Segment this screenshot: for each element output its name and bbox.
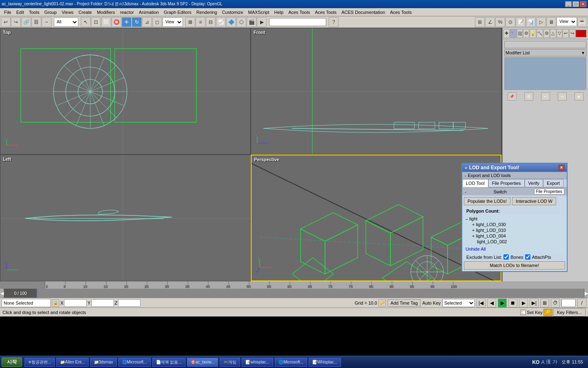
menu-views[interactable]: Views: [59, 9, 76, 16]
taskbar-item-10[interactable]: 📝 Whisplac...: [309, 358, 341, 367]
stop-button[interactable]: ⏹: [508, 298, 517, 307]
angle-snap-button[interactable]: ∠: [485, 17, 495, 27]
play-button[interactable]: ▶: [498, 298, 507, 307]
ram-player-button[interactable]: ▷: [536, 17, 546, 27]
viewport-front[interactable]: Front Z: [251, 28, 501, 155]
mirror-button[interactable]: ⊠: [185, 17, 195, 27]
menu-rendering[interactable]: Rendering: [194, 9, 220, 16]
menu-maxscript[interactable]: MAXScript: [246, 9, 272, 16]
motion-panel-button[interactable]: ⚙: [523, 29, 529, 38]
timeline-scroll-right[interactable]: ▶: [584, 289, 588, 298]
maximize-button[interactable]: □: [572, 1, 579, 7]
skip-to-end-button[interactable]: ▶|: [530, 298, 539, 307]
taskbar-item-1[interactable]: ✈ 항공관련...: [24, 358, 55, 367]
pin-stack-button[interactable]: 📌: [508, 92, 517, 101]
tree-unhide-all[interactable]: Unhide All: [466, 246, 564, 252]
display-panel-button[interactable]: 💡: [530, 29, 536, 38]
panel-icon10[interactable]: ↩: [563, 29, 569, 38]
lod-tab-file-properties[interactable]: File Properties: [488, 179, 525, 187]
config-button[interactable]: ⚙: [524, 92, 533, 101]
lod-tree-view[interactable]: – light + light_LOD_030 + light_LOD_010 …: [464, 215, 565, 253]
redo-button[interactable]: ↪: [11, 17, 21, 27]
modifier-list[interactable]: [504, 57, 586, 90]
lod-tab-tool[interactable]: LOD Tool: [462, 179, 488, 187]
menu-help[interactable]: Help: [272, 9, 286, 16]
timeline-scroll-left[interactable]: ◀: [0, 289, 4, 298]
lock-selection-button[interactable]: 🔒: [52, 299, 59, 307]
bind-space-warp[interactable]: ~: [42, 17, 51, 27]
rotate-button[interactable]: ↻: [132, 17, 142, 27]
help-button[interactable]: ?: [329, 17, 339, 27]
undo-button[interactable]: ↩: [1, 17, 11, 27]
quick-render-button[interactable]: ▶: [257, 17, 267, 27]
key-filters-button[interactable]: Key Filters...: [553, 308, 586, 316]
taskbar-item-2[interactable]: 📁 Allen Ent...: [56, 358, 88, 367]
hierarchy-panel-button[interactable]: ⛓: [517, 29, 523, 38]
menu-aces-tools1[interactable]: Aces Tools: [286, 9, 312, 16]
attach-pts-checkbox[interactable]: [525, 254, 530, 260]
set-key-button[interactable]: 🔑: [543, 309, 552, 316]
render-button[interactable]: 🎬: [247, 17, 256, 27]
material-editor-button[interactable]: ⬡: [236, 17, 246, 27]
populate-lod-button[interactable]: Populate the LODs!: [464, 197, 510, 205]
tree-item-lod004[interactable]: + light_LOD_004: [466, 233, 564, 239]
select-name-button[interactable]: ⊡: [91, 17, 101, 27]
taskbar-item-8[interactable]: 📝 whisplac...: [242, 358, 273, 367]
taskbar-item-9[interactable]: 🌐 Microsoft...: [275, 358, 307, 367]
taskbar-item-7[interactable]: 🎮 게임: [220, 358, 240, 367]
lod-section-minus[interactable]: -: [465, 173, 466, 178]
create-panel-button[interactable]: ✚: [503, 29, 510, 38]
modifier-search[interactable]: [504, 41, 586, 48]
redo-modifier-button[interactable]: ↪: [558, 92, 567, 101]
reference-coord-dropdown[interactable]: View: [163, 18, 183, 27]
status-scroll-button[interactable]: ◀: [520, 310, 526, 315]
lod-tab-export[interactable]: Export: [543, 179, 564, 187]
key-mode-button[interactable]: ⊞: [540, 298, 549, 307]
menu-file[interactable]: File: [2, 9, 14, 16]
scale2-button[interactable]: ◻: [152, 17, 162, 27]
taskbar-item-3[interactable]: 📁 3dsmax: [90, 358, 117, 367]
lod-close-button[interactable]: ✕: [559, 165, 564, 171]
next-frame-button[interactable]: ▶: [519, 298, 528, 307]
taskbar-item-6[interactable]: 🎯 ac_taxiw...: [187, 358, 218, 367]
lod-tab-verify[interactable]: Verify: [525, 179, 543, 187]
z-coord-input[interactable]: [118, 299, 140, 307]
view-dropdown-right[interactable]: View: [557, 17, 577, 26]
menu-edit[interactable]: Edit: [14, 9, 27, 16]
time-config-button[interactable]: ⏱: [551, 298, 560, 307]
viewport-top[interactable]: Top: [0, 28, 251, 155]
modify-panel-button[interactable]: 🔧: [510, 29, 517, 38]
prev-frame-button[interactable]: ◀: [487, 298, 496, 307]
match-lod-button[interactable]: Match LODs to filename!: [464, 261, 565, 269]
frame-input[interactable]: 0: [561, 299, 576, 307]
tree-item-lod010[interactable]: + light_LOD_010: [466, 227, 564, 233]
scale-button[interactable]: ⊿: [142, 17, 152, 27]
minimize-button[interactable]: _: [565, 1, 572, 7]
menu-aces-doc[interactable]: ACES Documentation: [339, 9, 388, 16]
select-button[interactable]: ↖: [81, 17, 91, 27]
align-button[interactable]: ≡: [196, 17, 205, 27]
tree-root-light[interactable]: – light: [466, 216, 564, 222]
interactive-lod-button[interactable]: Interactive LOD W: [512, 197, 556, 205]
auto-key-dropdown[interactable]: Selected: [442, 299, 475, 307]
curve-editor-button[interactable]: 📈: [216, 17, 226, 27]
menu-aces-tools2[interactable]: Aces Tools: [312, 9, 339, 16]
taskbar-item-5[interactable]: 📄 제목 없음...: [152, 358, 185, 367]
menu-graph-editors[interactable]: Graph Editors: [161, 9, 194, 16]
grid-lock-button[interactable]: 🔑: [379, 299, 386, 307]
circle-select-button[interactable]: ⭕: [111, 17, 121, 27]
bones-checkbox[interactable]: [503, 254, 509, 260]
spinner-snap-button[interactable]: ⊙: [506, 17, 515, 27]
undo-modifier-button[interactable]: ↩: [541, 92, 550, 101]
panel-icon11[interactable]: ↪: [569, 29, 575, 38]
percent-snap-button[interactable]: %: [495, 17, 505, 27]
track-view-button[interactable]: 📊: [526, 17, 536, 27]
edit-named-button[interactable]: 📝: [516, 17, 526, 27]
panel-icon9[interactable]: ▽: [557, 29, 563, 38]
menu-create[interactable]: Create: [76, 9, 94, 16]
menu-group[interactable]: Group: [42, 9, 59, 16]
color-swatch[interactable]: [576, 30, 586, 37]
start-button[interactable]: 시작: [2, 357, 22, 367]
menu-reactor[interactable]: reactor: [118, 9, 136, 16]
rect-select-button[interactable]: ⬜: [101, 17, 111, 27]
